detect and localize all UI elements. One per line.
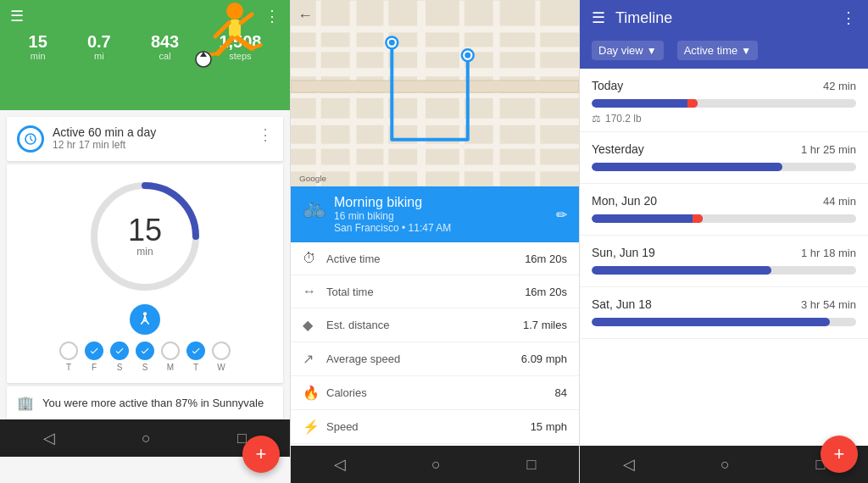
timeline-back-nav-icon[interactable]: ◁	[623, 455, 635, 474]
building-icon: 🏢	[17, 395, 34, 411]
timeline-day-label: Mon, Jun 20	[592, 194, 657, 208]
timeline-weight: ⚖ 170.2 lb	[592, 113, 856, 125]
circle-unit: min	[128, 246, 162, 258]
home-nav-icon[interactable]: ○	[142, 430, 151, 447]
goal-title: Active 60 min a day	[53, 125, 258, 139]
map-recents-nav-icon[interactable]: □	[526, 456, 536, 474]
timeline-day-section[interactable]: Yesterday1 hr 25 min	[580, 132, 868, 184]
detail-value: 16m 20s	[525, 286, 567, 298]
day-dot[interactable]	[110, 341, 129, 360]
day-label: T	[66, 363, 71, 372]
svg-point-32	[465, 53, 470, 58]
hamburger-icon[interactable]: ☰	[10, 7, 24, 25]
add-fab-button[interactable]: +	[242, 436, 280, 473]
detail-icon: 🔥	[303, 385, 326, 401]
detail-icon: ↗	[303, 351, 326, 367]
map-home-nav-icon[interactable]: ○	[431, 456, 441, 474]
timeline-bar	[592, 99, 856, 108]
timeline-bar-fill	[592, 214, 703, 223]
svg-rect-22	[350, 1, 357, 186]
map-back-button[interactable]: ←	[298, 7, 313, 25]
activity-card: 🚲 Morning biking 16 min biking San Franc…	[291, 186, 579, 242]
map-back-nav-icon[interactable]: ◁	[334, 455, 346, 474]
timeline-day-header: Sat, Jun 183 hr 54 min	[592, 297, 856, 311]
timeline-title: Timeline	[615, 9, 831, 27]
timeline-bar	[592, 214, 856, 223]
svg-rect-28	[291, 80, 579, 92]
stat-cal-label: cal	[159, 51, 171, 61]
day-label: T	[193, 363, 198, 372]
back-nav-icon[interactable]: ◁	[43, 429, 55, 447]
fitness-panel: ☰	[0, 0, 290, 483]
day-dot[interactable]	[59, 341, 78, 360]
detail-row: ↔Total time16m 20s	[291, 275, 579, 308]
timeline-bar-accent	[693, 214, 703, 223]
timeline-bar	[592, 318, 856, 326]
day-dot[interactable]	[85, 341, 103, 360]
timeline-bar	[592, 163, 856, 171]
detail-icon: ⚡	[303, 419, 326, 435]
activity-subtitle1: 16 min biking	[334, 210, 451, 222]
day-label: M	[167, 363, 174, 372]
fitness-more-icon[interactable]: ⋮	[264, 7, 280, 25]
timeline-bar	[592, 266, 856, 275]
detail-label: Calories	[326, 386, 555, 399]
day-label: F	[92, 363, 97, 372]
map-svg: Google	[291, 0, 579, 186]
timeline-day-duration: 44 min	[823, 195, 856, 208]
stat-mi: 0.7 mi	[87, 32, 111, 61]
active-time-label: Active time	[684, 44, 738, 57]
day-dot[interactable]	[161, 341, 180, 360]
detail-value: 15 mph	[531, 420, 567, 433]
circle-center: 15 min	[128, 215, 162, 258]
day-dot-item: M	[161, 341, 180, 372]
edit-icon[interactable]: ✏	[556, 207, 567, 223]
svg-text:Google: Google	[299, 174, 327, 183]
fitness-bottom-card: 🏢 You were more active than 87% in Sunny…	[7, 386, 283, 419]
timeline-day-duration: 42 min	[823, 80, 856, 92]
day-dot[interactable]	[212, 341, 231, 360]
timeline-bar-fill	[592, 266, 771, 275]
fitness-circle-container: 15 min TFSSMTW	[7, 164, 283, 383]
timeline-day-header: Sun, Jun 191 hr 18 min	[592, 246, 856, 259]
timeline-day-section[interactable]: Mon, Jun 2044 min	[580, 184, 868, 236]
day-dot-item: S	[110, 341, 129, 372]
fitness-header-top: ☰	[0, 0, 290, 25]
activity-details: ⏱Active time16m 20s↔Total time16m 20s◆Es…	[291, 242, 579, 446]
day-dot-item: T	[59, 341, 78, 372]
svg-line-2	[215, 23, 229, 36]
stat-min: 15 min	[29, 32, 47, 61]
goal-subtitle: 12 hr 17 min left	[53, 139, 258, 151]
fitness-goal-card[interactable]: Active 60 min a day 12 hr 17 min left ⋮	[7, 117, 283, 161]
activity-title: Morning biking	[334, 195, 451, 210]
timeline-add-fab-button[interactable]: +	[821, 436, 858, 473]
timeline-day-section[interactable]: Sat, Jun 183 hr 54 min	[580, 287, 868, 339]
day-view-filter[interactable]: Day view ▼	[592, 41, 664, 60]
timeline-header: ☰ Timeline ⋮	[580, 0, 868, 36]
detail-label: Active time	[326, 253, 525, 265]
day-dot-item: S	[136, 341, 154, 372]
day-dots: TFSSMTW	[59, 341, 231, 379]
svg-line-7	[252, 45, 261, 48]
day-dot[interactable]	[186, 341, 205, 360]
timeline-day-duration: 3 hr 54 min	[801, 298, 856, 311]
timeline-filters: Day view ▼ Active time ▼	[580, 36, 868, 69]
timeline-day-section[interactable]: Sun, Jun 191 hr 18 min	[580, 236, 868, 287]
activity-subtitle2: San Francisco • 11:47 AM	[334, 222, 451, 234]
timeline-day-label: Sun, Jun 19	[592, 246, 655, 259]
timeline-bar-fill	[592, 318, 830, 326]
goal-more-icon[interactable]: ⋮	[258, 125, 273, 144]
day-label: S	[142, 363, 148, 372]
map-panel: Google ← 🚲 Morning biking 16 min biking …	[290, 0, 580, 483]
timeline-day-section[interactable]: Today42 min⚖ 170.2 lb	[580, 69, 868, 132]
svg-rect-23	[383, 1, 388, 186]
svg-rect-27	[535, 1, 540, 186]
active-time-filter[interactable]: Active time ▼	[677, 41, 758, 60]
svg-rect-24	[417, 1, 426, 186]
day-dot[interactable]	[136, 341, 154, 360]
timeline-home-nav-icon[interactable]: ○	[721, 456, 730, 474]
timeline-more-icon[interactable]: ⋮	[841, 8, 856, 27]
detail-icon: ◆	[303, 317, 326, 333]
timeline-menu-icon[interactable]: ☰	[592, 8, 605, 27]
timeline-panel: ☰ Timeline ⋮ Day view ▼ Active time ▼ To…	[580, 0, 868, 483]
